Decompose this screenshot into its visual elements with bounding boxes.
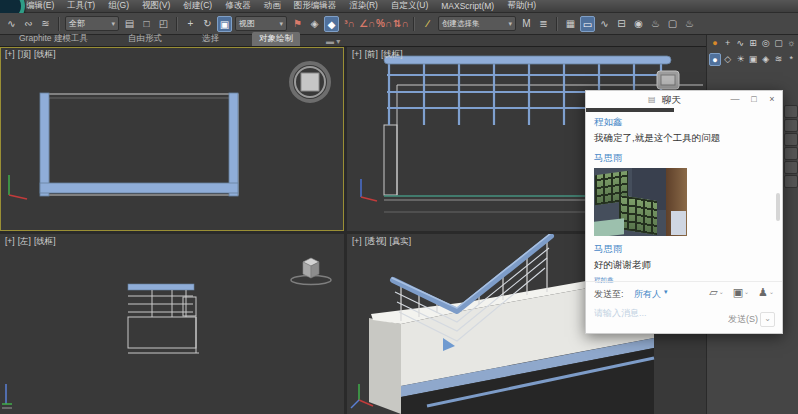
window-crossing-icon[interactable]: ◰ bbox=[156, 16, 171, 32]
ribbon-tab-active[interactable]: 对象绘制 bbox=[252, 32, 300, 46]
menu-item[interactable]: 图形编辑器 bbox=[294, 0, 337, 12]
pin-icon[interactable]: ● bbox=[709, 37, 721, 50]
create-tab-icon[interactable]: + bbox=[722, 37, 734, 50]
viewport-menu-view[interactable]: [左] bbox=[18, 236, 31, 248]
ribbon-tab[interactable]: 自由形式 bbox=[121, 32, 169, 46]
chat-scrollbar[interactable] bbox=[776, 193, 780, 221]
snaps-toggle-icon[interactable]: ◆ bbox=[324, 16, 339, 32]
systems-category-icon[interactable]: * bbox=[785, 53, 797, 66]
hierarchy-tab-icon[interactable]: ⊞ bbox=[747, 37, 759, 50]
select-by-name-icon[interactable]: ▤ bbox=[122, 16, 137, 32]
render-production-icon[interactable]: ♨ bbox=[682, 16, 697, 32]
reference-coordinate-dropdown[interactable]: 视图 ▾ bbox=[235, 16, 287, 31]
maximize-button[interactable]: □ bbox=[747, 93, 761, 106]
send-to-dropdown[interactable]: 所有人 bbox=[634, 288, 661, 301]
spacewarps-category-icon[interactable]: ≋ bbox=[773, 53, 785, 66]
rollout-button[interactable] bbox=[784, 175, 798, 188]
menu-item[interactable]: 渲染(R) bbox=[349, 0, 378, 12]
menu-item[interactable]: 帮助(H) bbox=[507, 0, 536, 12]
folder-icon[interactable]: ▱⌄ bbox=[709, 286, 724, 299]
send-options-caret[interactable]: ⌄ bbox=[760, 312, 775, 327]
select-scale-icon[interactable]: ▣ bbox=[217, 16, 232, 32]
chat-photo-thumbnail[interactable] bbox=[594, 168, 687, 236]
align-icon[interactable]: ≣ bbox=[536, 16, 551, 32]
keyboard-override-flags-icon[interactable]: ⚑ bbox=[290, 16, 305, 32]
menu-item[interactable]: 动画 bbox=[264, 0, 281, 12]
viewcube[interactable] bbox=[291, 63, 329, 101]
menu-item[interactable]: 视图(V) bbox=[142, 0, 170, 12]
viewport-menu-plus[interactable]: [+] bbox=[352, 236, 362, 248]
ribbon-tab[interactable]: Graphite 建模工具 bbox=[12, 32, 95, 46]
selection-region-icon[interactable]: □ bbox=[139, 16, 154, 32]
rollout-button[interactable] bbox=[784, 133, 798, 146]
selection-filter-dropdown[interactable]: 全部 ▾ bbox=[65, 16, 119, 31]
utilities-tab-icon[interactable]: ☼ bbox=[785, 37, 797, 50]
chat-message-input[interactable] bbox=[592, 307, 746, 319]
viewport-menu-shading[interactable]: [真实] bbox=[389, 236, 411, 248]
shapes-category-icon[interactable]: ◇ bbox=[722, 53, 734, 66]
cameras-category-icon[interactable]: ▣ bbox=[747, 53, 759, 66]
viewport-top[interactable]: [+] [顶] [线框] bbox=[0, 47, 344, 231]
rollout-button[interactable] bbox=[784, 105, 798, 118]
viewport-menu-shading[interactable]: [线框] bbox=[34, 49, 56, 61]
menu-item[interactable]: 组(G) bbox=[108, 0, 129, 12]
railing-left-view-model[interactable] bbox=[128, 284, 199, 353]
viewport-menu-view[interactable]: [透视] bbox=[365, 236, 387, 248]
railing-top-view-model[interactable] bbox=[40, 93, 238, 196]
viewport-menu-view[interactable]: [前] bbox=[365, 49, 378, 61]
named-selection-sets-dropdown[interactable]: 创建选择集 ▾ bbox=[438, 16, 516, 31]
viewport-menu-view[interactable]: [顶] bbox=[18, 49, 31, 61]
chevron-down-icon[interactable]: ▾ bbox=[664, 288, 668, 296]
rollout-button[interactable] bbox=[784, 119, 798, 132]
viewport-menu-plus[interactable]: [+] bbox=[5, 236, 15, 248]
ribbon-tab[interactable]: 选择 bbox=[195, 32, 226, 46]
angle-snap-magnet-icon[interactable]: ∠∩ bbox=[359, 16, 374, 32]
menu-item[interactable]: MAXScript(M) bbox=[441, 1, 494, 11]
menu-item[interactable]: 修改器 bbox=[225, 0, 251, 12]
display-tab-icon[interactable]: ▢ bbox=[773, 37, 785, 50]
viewcube[interactable] bbox=[291, 258, 331, 285]
menu-item[interactable]: 编辑(E) bbox=[26, 0, 54, 12]
bind-to-spacewarp-icon[interactable]: ≋ bbox=[38, 16, 53, 32]
motion-tab-icon[interactable]: ◎ bbox=[760, 37, 772, 50]
viewport-menu-shading[interactable]: [线框] bbox=[34, 236, 56, 248]
send-button[interactable]: 发送(S) bbox=[728, 313, 758, 326]
menu-item[interactable]: 自定义(U) bbox=[391, 0, 428, 12]
gizmo-box[interactable] bbox=[657, 71, 679, 89]
chat-message-list[interactable]: 程如鑫 我确定了,就是这个工具的问题 马思雨 马思雨 好的谢谢老师 程如鑫 bbox=[594, 109, 774, 285]
lights-category-icon[interactable]: ☀ bbox=[735, 53, 747, 66]
menu-item[interactable]: 工具(T) bbox=[67, 0, 95, 12]
rollout-button[interactable] bbox=[784, 147, 798, 160]
ribbon-minimize-icon[interactable]: ▬ ▾ bbox=[326, 37, 340, 46]
viewport-menu-plus[interactable]: [+] bbox=[5, 49, 15, 61]
render-setup-icon[interactable]: ♨ bbox=[648, 16, 663, 32]
select-and-link-icon[interactable]: ∿ bbox=[4, 16, 19, 32]
layer-manager-icon[interactable]: ▦ bbox=[563, 16, 578, 32]
geometry-category-icon[interactable]: ● bbox=[709, 53, 721, 66]
percent-snap-magnet-icon[interactable]: %∩ bbox=[376, 16, 391, 32]
screenshot-icon[interactable]: ▣⌄ bbox=[733, 286, 749, 299]
helpers-category-icon[interactable]: ◈ bbox=[760, 53, 772, 66]
minimize-button[interactable]: — bbox=[728, 93, 742, 106]
chat-titlebar[interactable]: ▤ 聊天 — □ × bbox=[586, 91, 782, 108]
modify-tab-icon[interactable]: ∿ bbox=[734, 37, 746, 50]
curve-editor-icon[interactable]: ∿ bbox=[597, 16, 612, 32]
snap-3d-magnet-icon[interactable]: ³∩ bbox=[342, 16, 357, 32]
select-rotate-icon[interactable]: ↻ bbox=[200, 16, 215, 32]
close-button[interactable]: × bbox=[765, 93, 779, 106]
spinner-snap-magnet-icon[interactable]: ⇅∩ bbox=[393, 16, 408, 32]
mirror-icon[interactable]: M bbox=[519, 16, 534, 32]
rendered-frame-icon[interactable]: ▢ bbox=[665, 16, 680, 32]
material-editor-icon[interactable]: ◉ bbox=[631, 16, 646, 32]
member-icon[interactable]: ♟⌄ bbox=[758, 286, 774, 299]
viewport-left[interactable]: [+] [左] [线框] bbox=[0, 234, 344, 414]
viewport-menu-plus[interactable]: [+] bbox=[352, 49, 362, 61]
select-move-icon[interactable]: + bbox=[183, 16, 198, 32]
rollout-button[interactable] bbox=[784, 161, 798, 174]
use-pivot-center-icon[interactable]: ◈ bbox=[307, 16, 322, 32]
menu-item[interactable]: 创建(C) bbox=[183, 0, 212, 12]
edit-named-selection-icon[interactable]: ∕ bbox=[420, 16, 435, 32]
schematic-view-icon[interactable]: ⊟ bbox=[614, 16, 629, 32]
viewport-menu-shading[interactable]: [线框] bbox=[381, 49, 403, 61]
toggle-ribbon-folder-icon[interactable]: ▭ bbox=[580, 16, 595, 32]
